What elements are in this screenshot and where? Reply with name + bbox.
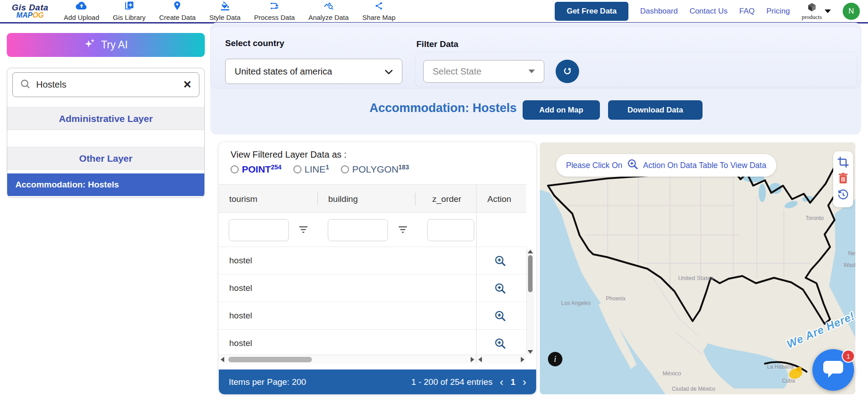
- get-free-data-button[interactable]: Get Free Data: [555, 2, 628, 21]
- radio-point[interactable]: POINT254: [231, 164, 282, 175]
- section-other-layer: Other Layer: [7, 147, 204, 170]
- nav-item-analyze-data[interactable]: Analyze Data: [308, 1, 349, 21]
- map-label-new-york: New York: [848, 250, 855, 257]
- map-label-phoenix: Phoenix: [606, 295, 625, 302]
- table-header-row: tourism building z_order Action: [219, 184, 526, 213]
- logo-og: OG: [33, 11, 44, 19]
- nav-item-style-data[interactable]: Style Data: [209, 1, 241, 21]
- column-header-z-order: z_order: [432, 185, 461, 213]
- chat-bubble-icon: [822, 359, 844, 381]
- scrollbar-thumb[interactable]: [528, 255, 533, 292]
- nav-link-faq[interactable]: FAQ: [739, 7, 755, 16]
- nav-item-label: Share Map: [362, 14, 395, 21]
- country-select[interactable]: United states of america: [225, 59, 402, 84]
- map-canvas[interactable]: Toronto United States Phoenix Los Angele…: [540, 142, 855, 394]
- page-number[interactable]: 1: [510, 377, 515, 387]
- products-menu[interactable]: products: [802, 2, 831, 20]
- sparkles-icon: [84, 37, 96, 53]
- map-label-ciudad: Ciudad de México: [672, 386, 715, 392]
- radio-circle-icon: [293, 165, 302, 173]
- nav-link-contact-us[interactable]: Contact Us: [689, 7, 727, 16]
- logo-map: MAP: [16, 11, 33, 19]
- next-page-button[interactable]: ›: [523, 377, 526, 388]
- radio-polygon[interactable]: POLYGON183: [341, 164, 409, 175]
- table-row[interactable]: hostel: [219, 330, 526, 355]
- nav-item-gis-library[interactable]: Gis Library: [113, 1, 146, 21]
- nav-item-label: Create Data: [159, 14, 196, 21]
- share-nodes-icon: [374, 1, 383, 13]
- zoom-in-action-icon[interactable]: [494, 337, 507, 351]
- nav-item-label: Add Upload: [64, 14, 99, 21]
- table-footer: Items per Page: 200 1 - 200 of 254 entri…: [219, 369, 536, 394]
- chevron-down-icon: [528, 70, 535, 73]
- library-icon: [124, 1, 134, 13]
- entries-range: 1 - 200 of 254 entries: [411, 377, 493, 387]
- filter-data-label: Filter Data: [416, 39, 458, 49]
- chevron-down-icon: [825, 9, 831, 13]
- country-value: United states of america: [235, 66, 332, 77]
- map-pin-icon: [172, 1, 182, 13]
- search-value: Hostels: [36, 79, 66, 90]
- table-row[interactable]: hostel: [219, 302, 526, 330]
- state-select[interactable]: Select State: [423, 60, 544, 83]
- map-label-los-angeles: Los Angeles: [561, 300, 590, 306]
- notification-badge: 1: [842, 350, 855, 363]
- prev-page-button[interactable]: ‹: [500, 377, 503, 388]
- cloud-upload-icon: [75, 1, 87, 13]
- map-label-toronto: Toronto: [806, 215, 824, 221]
- filter-input-building[interactable]: [328, 219, 388, 241]
- zoom-in-action-icon[interactable]: [494, 309, 507, 323]
- nav-link-dashboard[interactable]: Dashboard: [640, 7, 678, 16]
- radio-circle-icon: [341, 165, 349, 173]
- map-label-cuba: Cuba: [782, 378, 795, 384]
- radio-line[interactable]: LINE1: [293, 164, 329, 175]
- scrollbar-thumb[interactable]: [228, 357, 312, 362]
- nav-item-process-data[interactable]: Process Data: [254, 1, 295, 21]
- column-header-tourism: tourism: [229, 185, 257, 213]
- filter-list-icon[interactable]: [298, 225, 308, 235]
- hint-text-before: Please Click On: [566, 161, 623, 170]
- nav-item-label: Process Data: [254, 14, 295, 21]
- nav-link-pricing[interactable]: Pricing: [766, 7, 790, 16]
- zoom-in-action-icon[interactable]: [494, 254, 507, 268]
- refresh-button[interactable]: [556, 60, 579, 83]
- map-panel[interactable]: Toronto United States Phoenix Los Angele…: [540, 142, 855, 394]
- user-avatar[interactable]: N: [843, 3, 860, 20]
- try-ai-button[interactable]: Try AI: [7, 33, 205, 57]
- try-ai-label: Try AI: [101, 39, 127, 51]
- nav-item-share-map[interactable]: Share Map: [362, 1, 395, 21]
- horizontal-scrollbar[interactable]: [219, 355, 476, 364]
- crop-icon[interactable]: [837, 156, 849, 170]
- filter-input-z-order[interactable]: [427, 219, 474, 241]
- map-label-la-habana: La Habana: [767, 364, 794, 370]
- nav-item-label: Gis Library: [113, 14, 146, 21]
- history-icon[interactable]: [837, 189, 849, 202]
- chevron-down-icon: [385, 66, 393, 77]
- table-row[interactable]: hostel: [219, 275, 526, 302]
- nav-item-label: Style Data: [209, 14, 241, 21]
- action-horizontal-scrollbar[interactable]: [476, 355, 526, 364]
- trash-icon[interactable]: [838, 173, 849, 186]
- layer-search-input[interactable]: Hostels ✕: [12, 72, 199, 97]
- table-rows: hostel hostel hostel hostel: [219, 247, 526, 355]
- map-hint-overlay: Please Click On Action On Data Table To …: [556, 154, 776, 177]
- table-row[interactable]: hostel: [219, 247, 526, 275]
- column-header-action: Action: [487, 185, 511, 213]
- add-on-map-button[interactable]: Add on Map: [523, 100, 600, 120]
- clear-search-icon[interactable]: ✕: [183, 79, 192, 91]
- info-button[interactable]: i: [548, 352, 562, 366]
- zoom-in-action-icon[interactable]: [494, 282, 507, 295]
- column-header-building: building: [328, 185, 358, 213]
- nav-item-add-upload[interactable]: Add Upload: [64, 1, 99, 21]
- logo-line1: Gis Data: [12, 3, 48, 12]
- download-data-button[interactable]: Download Data: [608, 100, 703, 120]
- app-logo[interactable]: Gis Data MAPOG: [12, 3, 48, 19]
- layer-search-panel: Hostels ✕ Administrative Layer Other Lay…: [7, 68, 205, 198]
- cube-icon: [807, 2, 817, 14]
- nav-right: Get Free Data Dashboard Contact Us FAQ P…: [555, 2, 860, 21]
- filter-list-icon[interactable]: [398, 225, 408, 235]
- sidebar-item-accommodation-hostels[interactable]: Accommodation: Hostels: [7, 173, 204, 196]
- filter-input-tourism[interactable]: [229, 219, 289, 241]
- nav-item-create-data[interactable]: Create Data: [159, 1, 196, 21]
- vertical-scrollbar[interactable]: [527, 249, 534, 355]
